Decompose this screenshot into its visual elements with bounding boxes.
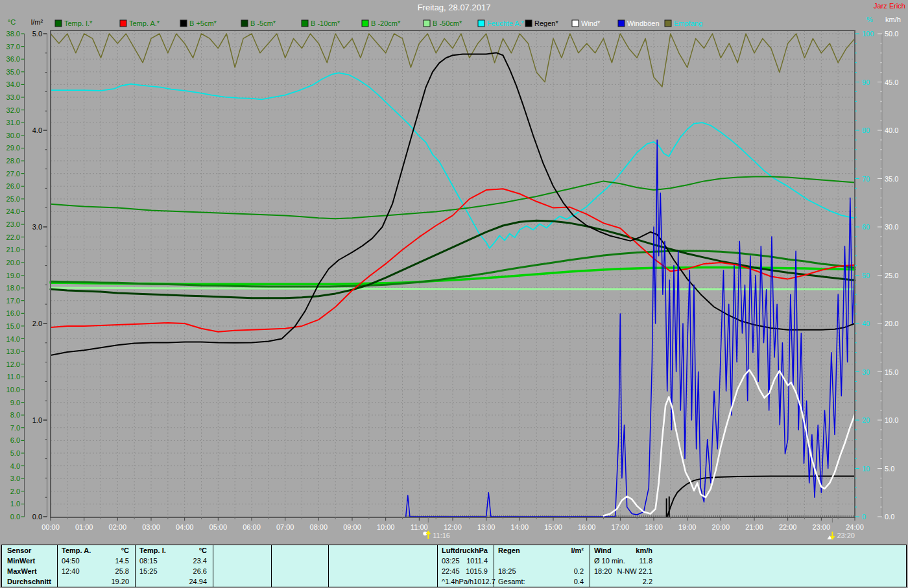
temp-tick-label: 34.0	[6, 80, 20, 88]
legend-swatch-gusts	[618, 20, 625, 27]
table-row-label: Durchschnitt	[7, 578, 51, 585]
table-cell-value: 19.20	[111, 578, 129, 587]
temp-tick-label: 11.0	[6, 373, 20, 381]
humidity-tick-label: 80	[862, 126, 870, 134]
table-cell-value: 23.4	[193, 557, 207, 567]
humidity-tick-label: 60	[862, 223, 870, 231]
table-cell-luftdruck-row1: 03:251011.4	[442, 557, 488, 567]
table-cell-text: 15:25	[139, 567, 158, 577]
legend-item-b_m20[interactable]: B -20cm*	[362, 19, 401, 27]
legend-swatch-b_m50	[424, 20, 430, 27]
wind-tick-label: 40.0	[885, 126, 898, 134]
table-cell-text: Temp. A.	[62, 547, 91, 556]
rain-tick-label: 5.0	[32, 30, 42, 38]
temp-tick-label: 37.0	[6, 43, 20, 51]
time-tick-label: 15:00	[544, 523, 562, 531]
table-column-separator	[437, 545, 438, 587]
marker-arrow-down-icon	[830, 532, 834, 539]
table-column-separator	[590, 545, 590, 587]
legend-item-b_m10[interactable]: B -10cm*	[302, 19, 340, 27]
table-cell-temp_a-row1: 04:5014.5	[62, 557, 129, 567]
time-tick-label: 20:00	[712, 523, 730, 531]
table-cell-value: 2.2	[643, 578, 652, 587]
time-tick-label: 24:00	[846, 523, 864, 531]
legend-label-wind: Wind*	[581, 19, 601, 27]
table-cell-temp_i-row2: 15:2526.6	[139, 567, 207, 577]
humidity-tick-label: 0	[862, 513, 866, 521]
time-tick-label: 01:00	[75, 523, 93, 531]
table-cell-value: 0.2	[574, 567, 584, 577]
marker-time-label: 23:20	[837, 532, 855, 539]
legend-swatch-regen	[525, 20, 532, 27]
table-cell-temp_i-row1: 08:1523.4	[139, 557, 207, 567]
table-cell-value: 11.8	[639, 557, 652, 567]
legend-label-b_m20: B -20cm*	[371, 19, 401, 27]
author-label: Jarz Erich	[874, 2, 905, 10]
table-cell-value: 14.5	[115, 557, 129, 567]
table-cell-luftdruck-row0: LuftdruckhPa	[442, 547, 488, 556]
legend-item-b_m50[interactable]: B -50cm*	[424, 19, 462, 27]
table-row-label: Sensor	[7, 547, 31, 554]
time-tick-label: 14:00	[511, 523, 529, 531]
legend-item-b_p5[interactable]: B +5cm*	[180, 19, 217, 27]
legend-item-regen[interactable]: Regen*	[525, 19, 558, 27]
temp-axis-caption: °C	[8, 18, 16, 26]
temp-tick-label: 1.0	[10, 500, 20, 508]
time-tick-label: 23:00	[813, 523, 831, 531]
legend-swatch-temp_a	[120, 20, 126, 27]
temp-tick-label: 22.0	[6, 233, 20, 241]
temp-tick-label: 35.0	[6, 68, 20, 76]
legend-item-wind[interactable]: Wind*	[572, 19, 601, 27]
table-cell-text: 22:45	[442, 567, 460, 577]
wind-tick-label: 35.0	[885, 175, 898, 183]
legend-label-temp_i: Temp. I.*	[64, 19, 93, 27]
temp-tick-label: 20.0	[6, 259, 20, 266]
temp-tick-label: 19.0	[6, 272, 20, 279]
table-cell-temp_i-row0: Temp. I.°C	[139, 547, 207, 556]
legend-swatch-feuchte	[478, 20, 484, 27]
legend-item-feuchte[interactable]: Feuchte A.*	[478, 19, 525, 27]
table-row-label: MinWert	[7, 557, 35, 565]
rain-tick-label: 1.0	[32, 416, 42, 424]
time-tick-label: 19:00	[678, 523, 697, 531]
humidity-tick-label: 100	[862, 30, 874, 38]
wind-tick-label: 50.0	[885, 30, 898, 38]
table-cell-text: ^1.4hPa/h	[442, 578, 473, 587]
legend-swatch-temp_i	[55, 20, 62, 27]
table-cell-text: 08:15	[139, 557, 158, 567]
table-cell-text: 04:50	[62, 557, 80, 567]
table-cell-regen-row3: Gesamt:0.4	[498, 578, 584, 587]
legend-label-b_m50: B -50cm*	[433, 19, 462, 27]
temp-tick-label: 15.0	[6, 322, 20, 330]
table-cell-value: N-NW 22.1	[617, 567, 652, 577]
rain-tick-label: 4.0	[32, 126, 42, 134]
table-cell-text: Wind	[594, 547, 612, 556]
temp-tick-label: 38.0	[6, 30, 20, 38]
time-tick-label: 08:00	[310, 523, 328, 531]
table-cell-wind-row2: 18:20N-NW 22.1	[594, 567, 652, 577]
legend-item-b_m5[interactable]: B -5cm*	[241, 19, 276, 27]
table-column-separator	[135, 545, 136, 587]
table-cell-wind-row3: 2.2	[594, 578, 652, 587]
legend-item-gusts[interactable]: Windböen	[618, 19, 660, 27]
wind-tick-label: 20.0	[885, 320, 898, 327]
wind-tick-label: 45.0	[885, 78, 898, 86]
table-cell-regen-row1	[498, 557, 584, 567]
legend-item-temp_i[interactable]: Temp. I.*	[55, 19, 93, 27]
temp-tick-label: 23.0	[6, 220, 20, 228]
temp-tick-label: 32.0	[6, 106, 20, 114]
legend-label-temp_a: Temp. A.*	[129, 19, 160, 27]
legend-swatch-b_m20	[362, 20, 368, 27]
legend-label-b_m10: B -10cm*	[311, 19, 340, 27]
table-cell-value: 25.8	[115, 567, 129, 577]
temp-tick-label: 24.0	[6, 207, 20, 215]
legend-label-feuchte: Feuchte A.*	[487, 19, 525, 27]
legend-item-temp_a[interactable]: Temp. A.*	[120, 19, 160, 27]
table-column-separator	[271, 545, 272, 587]
time-tick-label: 04:00	[176, 523, 194, 531]
table-cell-value: 1012.7	[473, 578, 496, 587]
legend-swatch-b_p5	[180, 20, 187, 27]
legend-item-empfang[interactable]: Empfang	[665, 19, 702, 27]
temp-tick-label: 12.0	[6, 360, 20, 368]
table-cell-value: 1011.4	[466, 557, 488, 567]
